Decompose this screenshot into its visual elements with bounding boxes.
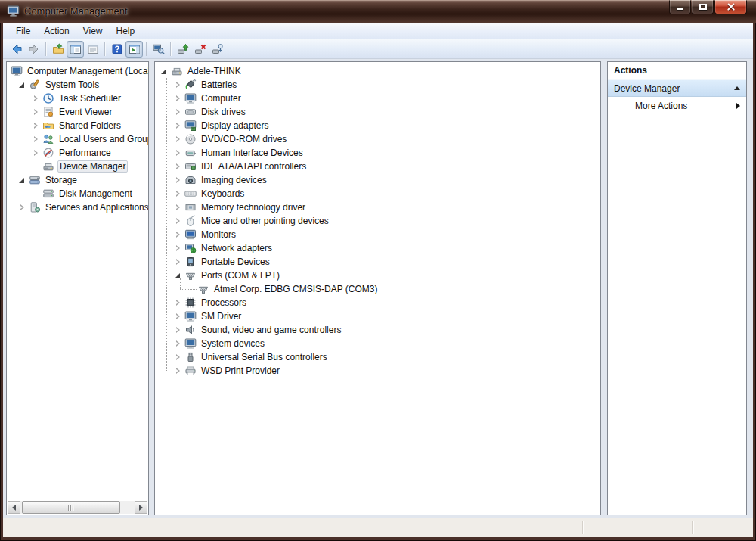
title-bar[interactable]: Computer Management bbox=[0, 0, 756, 23]
expand-arrow[interactable] bbox=[17, 203, 26, 213]
expand-arrow[interactable] bbox=[173, 257, 182, 267]
expand-arrow[interactable] bbox=[173, 366, 182, 376]
close-button[interactable] bbox=[714, 0, 747, 14]
export-list-icon bbox=[52, 43, 64, 55]
hid-icon bbox=[184, 147, 197, 159]
expand-arrow[interactable] bbox=[173, 135, 182, 145]
more-actions-item[interactable]: More Actions bbox=[608, 97, 746, 114]
expand-arrow[interactable] bbox=[173, 94, 182, 104]
scrollbar-thumb[interactable] bbox=[22, 501, 120, 514]
forward-button[interactable] bbox=[25, 41, 42, 58]
device-category-keyboards[interactable]: Keyboards bbox=[155, 187, 600, 201]
right-triangle-icon bbox=[139, 505, 143, 511]
menu-view[interactable]: View bbox=[76, 24, 110, 38]
tree-item-performance[interactable]: Performance bbox=[7, 146, 148, 160]
shared-folders-icon bbox=[42, 120, 54, 132]
tree-item-event-viewer[interactable]: Event Viewer bbox=[7, 105, 148, 119]
expand-arrow[interactable] bbox=[173, 325, 182, 335]
tree-item-storage[interactable]: Storage bbox=[7, 173, 148, 187]
expand-arrow[interactable] bbox=[173, 230, 182, 240]
action-pane-toggle-button[interactable] bbox=[125, 41, 143, 58]
arrow-spacer bbox=[31, 189, 40, 199]
device-category-system-devices[interactable]: System devices bbox=[155, 337, 600, 350]
device-category-memory-technology[interactable]: Memory technology driver bbox=[155, 201, 600, 214]
collapse-arrow[interactable] bbox=[17, 80, 26, 90]
menu-help[interactable]: Help bbox=[110, 24, 142, 38]
expand-arrow[interactable] bbox=[173, 203, 182, 213]
device-category-portable-devices[interactable]: Portable Devices bbox=[155, 255, 600, 269]
device-category-computer[interactable]: Computer bbox=[155, 92, 600, 105]
expand-arrow[interactable] bbox=[173, 148, 182, 158]
device-category-hid[interactable]: Human Interface Devices bbox=[155, 146, 600, 160]
actions-group-device-manager[interactable]: Device Manager bbox=[608, 79, 746, 97]
device-category-imaging[interactable]: Imaging devices bbox=[155, 173, 600, 187]
help-button[interactable] bbox=[108, 41, 125, 58]
export-list-button[interactable] bbox=[49, 41, 67, 58]
device-category-sound-video-game[interactable]: Sound, video and game controllers bbox=[155, 323, 600, 337]
tree-item-task-scheduler[interactable]: Task Scheduler bbox=[7, 92, 148, 105]
expand-arrow[interactable] bbox=[173, 216, 182, 226]
tree-item-shared-folders[interactable]: Shared Folders bbox=[7, 119, 148, 132]
collapse-arrow[interactable] bbox=[17, 176, 26, 185]
device-root-adele-think[interactable]: Adele-THINK bbox=[155, 64, 600, 78]
thumb-grip-icon bbox=[68, 505, 75, 511]
expand-arrow[interactable] bbox=[173, 189, 182, 199]
expand-arrow[interactable] bbox=[173, 121, 182, 131]
scroll-left-button[interactable] bbox=[8, 501, 20, 514]
tree-item-disk-management[interactable]: Disk Management bbox=[7, 187, 148, 201]
scan-hardware-changes-button[interactable] bbox=[209, 41, 226, 58]
device-category-network-adapters[interactable]: Network adapters bbox=[155, 241, 600, 255]
expand-arrow[interactable] bbox=[173, 244, 182, 253]
device-category-dvd-cdrom[interactable]: DVD/CD-ROM drives bbox=[155, 132, 600, 146]
device-category-ports[interactable]: Ports (COM & LPT) bbox=[155, 269, 600, 282]
expand-arrow[interactable] bbox=[31, 94, 40, 104]
device-category-mice[interactable]: Mice and other pointing devices bbox=[155, 214, 600, 228]
expand-arrow[interactable] bbox=[173, 353, 182, 362]
tree-item-local-users-and-groups[interactable]: Local Users and Groups bbox=[7, 132, 148, 146]
device-category-usb-controllers[interactable]: Universal Serial Bus controllers bbox=[155, 350, 600, 364]
workspace: Computer Management (Local) System Tools… bbox=[3, 59, 753, 518]
expand-arrow[interactable] bbox=[31, 107, 40, 117]
uninstall-device-button[interactable] bbox=[191, 41, 209, 58]
menu-action[interactable]: Action bbox=[37, 24, 76, 38]
scroll-right-button[interactable] bbox=[135, 501, 147, 514]
expand-arrow[interactable] bbox=[173, 80, 182, 90]
computer-icon bbox=[184, 92, 197, 104]
update-driver-button[interactable] bbox=[174, 41, 191, 58]
serial-port-icon bbox=[197, 283, 209, 295]
device-category-sm-driver[interactable]: SM Driver bbox=[155, 309, 600, 323]
device-atmel-edbg-cmsis-dap-com3[interactable]: Atmel Corp. EDBG CMSIS-DAP (COM3) bbox=[155, 282, 600, 296]
minimize-button[interactable] bbox=[669, 0, 691, 14]
device-category-wsd-print-provider[interactable]: WSD Print Provider bbox=[155, 364, 600, 378]
device-category-disk-drives[interactable]: Disk drives bbox=[155, 105, 600, 119]
device-category-processors[interactable]: Processors bbox=[155, 296, 600, 309]
expand-arrow[interactable] bbox=[173, 312, 182, 322]
expand-arrow[interactable] bbox=[173, 176, 182, 185]
maximize-button[interactable] bbox=[692, 0, 714, 14]
tree-item-computer-management[interactable]: Computer Management (Local) bbox=[7, 64, 148, 78]
expand-arrow[interactable] bbox=[173, 339, 182, 349]
expand-arrow[interactable] bbox=[31, 148, 40, 158]
expand-arrow[interactable] bbox=[31, 135, 40, 145]
device-category-monitors[interactable]: Monitors bbox=[155, 228, 600, 241]
back-button[interactable] bbox=[8, 41, 25, 58]
device-category-batteries[interactable]: Batteries bbox=[155, 78, 600, 92]
menu-file[interactable]: File bbox=[9, 24, 37, 38]
maximize-icon bbox=[699, 4, 707, 10]
console-tree-toggle-button[interactable] bbox=[67, 41, 84, 58]
device-category-ide-controllers[interactable]: IDE ATA/ATAPI controllers bbox=[155, 160, 600, 173]
collapse-arrow[interactable] bbox=[160, 67, 169, 76]
scrollbar-track[interactable] bbox=[20, 501, 135, 514]
expand-arrow[interactable] bbox=[173, 162, 182, 172]
expand-arrow[interactable] bbox=[173, 107, 182, 117]
properties-button[interactable] bbox=[84, 41, 101, 58]
expand-arrow[interactable] bbox=[31, 121, 40, 131]
device-category-display-adapters[interactable]: Display adapters bbox=[155, 119, 600, 132]
tree-item-device-manager[interactable]: Device Manager bbox=[7, 160, 148, 173]
tree-item-system-tools[interactable]: System Tools bbox=[7, 78, 148, 92]
collapse-group-icon[interactable] bbox=[734, 86, 740, 90]
tree-item-services-and-applications[interactable]: Services and Applications bbox=[7, 201, 148, 214]
expand-arrow[interactable] bbox=[173, 298, 182, 308]
scan-computer-button[interactable] bbox=[150, 41, 167, 58]
collapse-arrow[interactable] bbox=[173, 271, 182, 281]
